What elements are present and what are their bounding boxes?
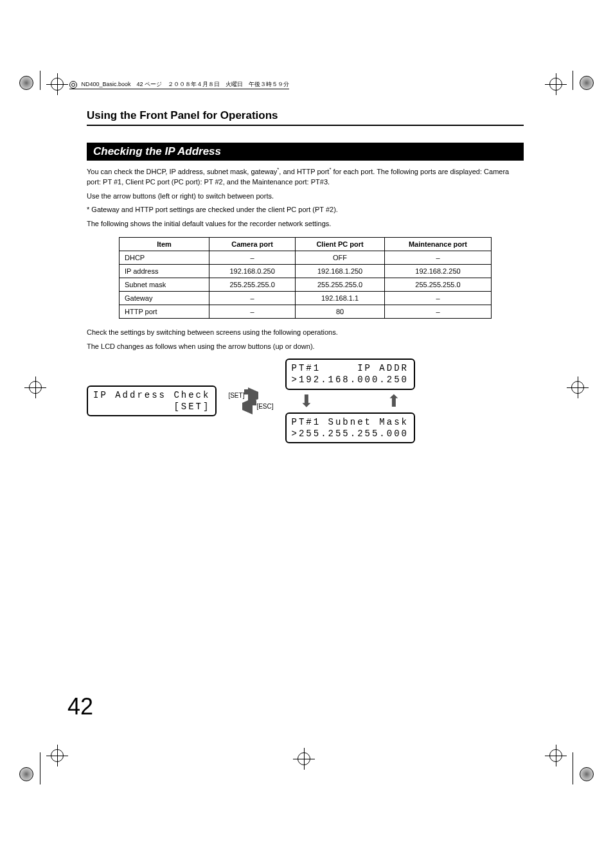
table-cell: 255.255.255.0 <box>209 278 296 292</box>
lcd-sub-screens: PT#1 IP ADDR >192.168.000.250 ⬇ ⬆ PT#1 S… <box>285 359 415 443</box>
crop-mark-target <box>547 747 564 765</box>
lcd-instruction: The LCD changes as follows when using th… <box>87 342 524 352</box>
lcd-screen-ip: PT#1 IP ADDR >192.168.000.250 <box>285 359 415 389</box>
crop-mark-circle <box>19 767 33 783</box>
table-cell: IP address <box>120 265 209 278</box>
check-instruction: Check the settings by switching between … <box>87 328 524 338</box>
table-row: IP address192.168.0.250192.168.1.250192.… <box>120 265 492 278</box>
table-header: Client PC port <box>296 238 385 251</box>
esc-label: [ESC] <box>256 403 273 410</box>
footnote-text: * Gateway and HTTP port settings are che… <box>87 205 524 215</box>
table-cell: 80 <box>296 305 385 319</box>
table-cell: 192.168.1.1 <box>296 292 385 305</box>
table-cell: 255.255.255.0 <box>384 278 491 292</box>
table-cell: – <box>384 292 491 305</box>
table-header: Item <box>120 238 209 251</box>
table-cell: – <box>384 251 491 265</box>
table-cell: – <box>209 305 296 319</box>
table-row: HTTP port–80– <box>120 305 492 319</box>
table-cell: Subnet mask <box>120 278 209 292</box>
page-number: 42 <box>67 693 93 720</box>
crop-mark-target <box>27 379 44 397</box>
network-defaults-table: Item Camera port Client PC port Maintena… <box>119 237 492 319</box>
nav-arrows-column: [SET] [ESC] <box>228 392 273 410</box>
table-header-row: Item Camera port Client PC port Maintena… <box>120 238 492 251</box>
table-cell: 192.168.2.250 <box>384 265 491 278</box>
table-cell: 255.255.255.0 <box>296 278 385 292</box>
table-row: Gateway–192.168.1.1– <box>120 292 492 305</box>
crop-mark-target <box>547 76 564 94</box>
header-meta-text: ND400_Basic.book 42 ページ ２００８年４月８日 火曜日 午後… <box>69 80 289 89</box>
section-title: Checking the IP Address <box>87 143 524 161</box>
crop-mark-circle <box>19 76 33 91</box>
table-cell: – <box>209 292 296 305</box>
crop-rule <box>40 71 40 90</box>
crop-mark-target <box>49 747 66 765</box>
chapter-title: Using the Front Panel for Operations <box>87 109 524 126</box>
table-header: Maintenance port <box>384 238 491 251</box>
table-row: Subnet mask255.255.255.0255.255.255.0255… <box>120 278 492 292</box>
arrow-left-icon <box>242 403 253 410</box>
arrow-down-icon: ⬇ <box>292 391 321 411</box>
table-cell: HTTP port <box>120 305 209 319</box>
table-cell: 192.168.0.250 <box>209 265 296 278</box>
lcd-diagram: IP Address Check [SET] [SET] [ESC] PT#1 … <box>87 359 524 443</box>
crop-mark-target <box>49 76 66 94</box>
arrow-instruction: Use the arrow buttons (left or right) to… <box>87 191 524 202</box>
page-content: Using the Front Panel for Operations Che… <box>87 109 524 443</box>
table-header: Camera port <box>209 238 296 251</box>
crop-mark-circle <box>580 767 594 783</box>
table-cell: DHCP <box>120 251 209 265</box>
intro-paragraph: You can check the DHCP, IP address, subn… <box>87 166 524 188</box>
crop-mark-circle <box>580 76 594 91</box>
table-cell: 192.168.1.250 <box>296 265 385 278</box>
crop-rule <box>573 71 573 90</box>
lcd-screen-subnet: PT#1 Subnet Mask >255.255.255.000 <box>285 412 415 443</box>
crop-rule <box>573 752 573 784</box>
table-cell: – <box>209 251 296 265</box>
arrow-up-icon: ⬆ <box>379 391 409 411</box>
crop-mark-target <box>296 750 312 768</box>
crop-rule <box>40 752 40 784</box>
table-cell: – <box>384 305 491 319</box>
lcd-screen-initial: IP Address Check [SET] <box>87 385 217 416</box>
table-row: DHCP–OFF– <box>120 251 492 265</box>
crop-mark-target <box>569 379 586 397</box>
table-cell: OFF <box>296 251 385 265</box>
table-intro: The following shows the initial default … <box>87 219 524 229</box>
table-cell: Gateway <box>120 292 209 305</box>
